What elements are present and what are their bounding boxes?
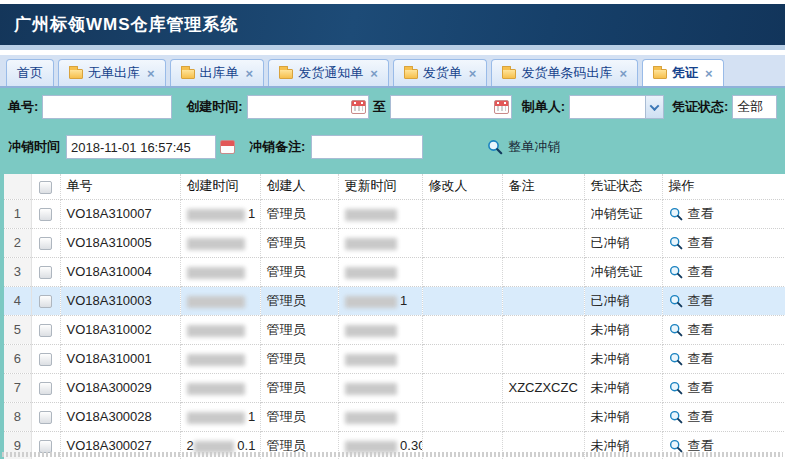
created-time-cell: [180, 286, 260, 315]
action-cell: 查看: [662, 199, 785, 228]
table-row[interactable]: 7VO18A300029 管理员 XZCZXCZC未冲销查看: [4, 373, 785, 402]
view-link[interactable]: 查看: [669, 350, 779, 368]
modifier-cell: [422, 373, 502, 402]
row-checkbox[interactable]: [39, 266, 52, 279]
modifier-cell: [422, 228, 502, 257]
chevron-down-icon[interactable]: [645, 96, 663, 118]
updated-time-cell: [338, 199, 422, 228]
view-magnifier-icon: [669, 236, 683, 250]
table-row[interactable]: 8VO18A300028 1管理员 未冲销查看: [4, 402, 785, 431]
creator-cell: 管理员: [260, 286, 338, 315]
column-header[interactable]: 凭证状态: [584, 174, 662, 199]
tab-item-1[interactable]: 无单出库×: [58, 59, 166, 86]
created-time-cell: [180, 257, 260, 286]
row-checkbox[interactable]: [39, 382, 52, 395]
tab-home[interactable]: 首页: [6, 59, 54, 86]
row-number: 1: [4, 199, 31, 228]
writeoff-remark-label: 冲销备注:: [249, 138, 305, 156]
voucher-status-cell: 未冲销: [584, 344, 662, 373]
column-header[interactable]: 创建时间: [180, 174, 260, 199]
calendar-icon[interactable]: [494, 100, 509, 114]
writeoff-time-input[interactable]: [66, 135, 216, 159]
row-checkbox-cell: [31, 315, 60, 344]
maker-combobox[interactable]: [569, 95, 664, 119]
view-link[interactable]: 查看: [669, 292, 779, 310]
filter-row-1: 单号: 创建时间: 至 制单人: 凭证状态: 全部: [8, 94, 777, 120]
view-magnifier-icon: [669, 439, 683, 453]
row-checkbox[interactable]: [39, 295, 52, 308]
table-row[interactable]: 5VO18A310002 管理员 未冲销查看: [4, 315, 785, 344]
view-link[interactable]: 查看: [669, 205, 779, 223]
select-all-checkbox[interactable]: [39, 181, 52, 194]
modifier-cell: [422, 199, 502, 228]
writeoff-remark-input[interactable]: [311, 135, 423, 159]
redacted-created-time: [187, 238, 245, 250]
column-header[interactable]: 修改人: [422, 174, 502, 199]
view-link[interactable]: 查看: [669, 263, 779, 281]
column-header[interactable]: 操作: [662, 174, 785, 199]
view-link[interactable]: 查看: [669, 234, 779, 252]
writeoff-whole-order-button[interactable]: 整单冲销: [487, 138, 560, 156]
action-cell: 查看: [662, 257, 785, 286]
tab-close-icon[interactable]: ×: [370, 66, 378, 81]
voucher-status-cell: 未冲销: [584, 315, 662, 344]
view-magnifier-icon: [669, 265, 683, 279]
row-number: 5: [4, 315, 31, 344]
voucher-status-cell: 已冲销: [584, 286, 662, 315]
table-row[interactable]: 2VO18A310005 管理员 已冲销查看: [4, 228, 785, 257]
filter-row-2: 冲销时间 冲销备注: 整单冲销: [8, 134, 777, 160]
redacted-created-time: [187, 267, 245, 279]
filter-panel: 单号: 创建时间: 至 制单人: 凭证状态: 全部 冲销时间: [0, 88, 785, 168]
column-header[interactable]: 更新时间: [338, 174, 422, 199]
tab-close-icon[interactable]: ×: [469, 66, 477, 81]
remark-cell: [502, 315, 584, 344]
modifier-cell: [422, 344, 502, 373]
tab-item-5[interactable]: 发货单条码出库×: [491, 59, 638, 86]
tab-close-icon[interactable]: ×: [147, 66, 155, 81]
view-magnifier-icon: [669, 323, 683, 337]
view-link-label: 查看: [688, 408, 714, 426]
action-cell: 查看: [662, 402, 785, 431]
calendar-icon[interactable]: [220, 140, 235, 154]
maker-label: 制单人:: [522, 98, 565, 116]
table-row[interactable]: 6VO18A310001 管理员 未冲销查看: [4, 344, 785, 373]
tab-item-6[interactable]: 凭证×: [642, 59, 724, 86]
redacted-updated-time: [345, 412, 397, 424]
view-link[interactable]: 查看: [669, 408, 779, 426]
tab-close-icon[interactable]: ×: [705, 66, 713, 81]
column-header[interactable]: 单号: [60, 174, 180, 199]
updated-time-cell: 1: [338, 286, 422, 315]
column-header[interactable]: 备注: [502, 174, 584, 199]
calendar-icon[interactable]: [351, 100, 366, 114]
remark-cell: [502, 402, 584, 431]
row-checkbox[interactable]: [39, 208, 52, 221]
remark-cell: [502, 344, 584, 373]
tab-item-4[interactable]: 发货单×: [393, 59, 488, 86]
row-checkbox[interactable]: [39, 411, 52, 424]
view-link[interactable]: 查看: [669, 379, 779, 397]
redacted-updated-time: [345, 325, 397, 337]
tab-item-2[interactable]: 出库单×: [170, 59, 265, 86]
view-link-label: 查看: [688, 292, 714, 310]
created-time-cell: [180, 344, 260, 373]
view-link[interactable]: 查看: [669, 321, 779, 339]
order-no-input[interactable]: [42, 95, 172, 119]
table-row[interactable]: 1VO18A310007 1管理员 冲销凭证查看: [4, 199, 785, 228]
created-from-datebox: [247, 95, 369, 119]
row-checkbox[interactable]: [39, 237, 52, 250]
tab-close-icon[interactable]: ×: [246, 66, 254, 81]
order-no-cell: VO18A300029: [60, 373, 180, 402]
tab-close-icon[interactable]: ×: [619, 66, 627, 81]
table-header-row: 单号创建时间创建人更新时间修改人备注凭证状态操作: [4, 174, 785, 199]
modifier-cell: [422, 315, 502, 344]
row-checkbox[interactable]: [39, 324, 52, 337]
column-header[interactable]: 创建人: [260, 174, 338, 199]
tab-label: 发货单条码出库: [521, 64, 612, 82]
tab-item-3[interactable]: 发货通知单×: [268, 59, 389, 86]
row-checkbox[interactable]: [39, 353, 52, 366]
tab-bar: 首页无单出库×出库单×发货通知单×发货单×发货单条码出库×凭证×: [0, 55, 785, 88]
voucher-status-select[interactable]: 全部: [732, 95, 777, 119]
table-row[interactable]: 4VO18A310003 管理员 1已冲销查看: [4, 286, 785, 315]
updated-time-cell: [338, 228, 422, 257]
table-row[interactable]: 3VO18A310004 管理员 冲销凭证查看: [4, 257, 785, 286]
